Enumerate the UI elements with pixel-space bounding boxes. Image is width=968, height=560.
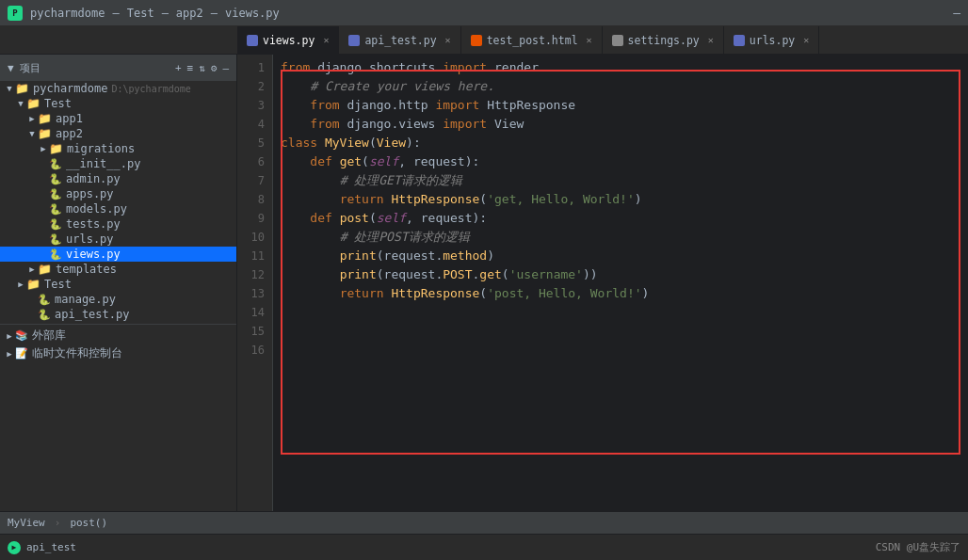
main-layout: ▼ 项目 + ≡ ⇅ ⚙ — ▼ 📁 pycharmdome D:\pychar… — [0, 55, 968, 511]
tab-api-test[interactable]: api_test.py ✕ — [339, 26, 460, 54]
breadcrumb-separator: › — [55, 517, 61, 529]
tab-settings[interactable]: settings.py ✕ — [603, 26, 724, 54]
tree-item-apps[interactable]: 🐍 apps.py — [0, 186, 236, 201]
tree-item-migrations[interactable]: ▶ 📁 migrations — [0, 141, 236, 156]
sidebar-settings-icon[interactable]: ⚙ — [211, 62, 218, 74]
tree-label-manage: manage.py — [55, 293, 116, 306]
sidebar-header: ▼ 项目 + ≡ ⇅ ⚙ — — [0, 55, 236, 81]
run-label: api_test — [26, 541, 76, 553]
tab-icon-settings — [612, 35, 623, 46]
breadcrumb-class: MyView — [8, 517, 45, 529]
sidebar-sort-icon[interactable]: ⇅ — [199, 62, 205, 74]
status-bar: MyView › post() — [0, 511, 968, 534]
tree-label-app2: app2 — [56, 127, 83, 140]
folder-icon-app1: 📁 — [38, 112, 52, 125]
bottom-right: CSDN @U盘失踪了 — [876, 540, 960, 554]
tree-item-views[interactable]: 🐍 views.py — [0, 247, 236, 262]
tab-close-api-test[interactable]: ✕ — [445, 35, 451, 45]
title-bar-actions: — — [953, 6, 960, 20]
file-icon-models: 🐍 — [49, 203, 62, 216]
tab-close-views[interactable]: ✕ — [323, 35, 329, 45]
tree-label-app1: app1 — [56, 112, 83, 125]
title-separator1: — — [112, 7, 119, 20]
code-line-3: # Create your views here. — [281, 77, 960, 96]
tree-item-models[interactable]: 🐍 models.py — [0, 201, 236, 216]
tree-item-manage[interactable]: 🐍 manage.py — [0, 292, 236, 307]
line-num-3: 3 — [237, 96, 265, 115]
tab-close-settings[interactable]: ✕ — [708, 35, 714, 45]
file-icon-api-test: 🐍 — [38, 309, 51, 321]
tree-item-api-test[interactable]: 🐍 api_test.py — [0, 307, 236, 322]
tab-urls[interactable]: urls.py ✕ — [724, 26, 820, 54]
sidebar-collapse-icon[interactable]: — — [222, 62, 229, 74]
tree-item-test[interactable]: ▼ 📁 Test — [0, 96, 236, 111]
libs-icon: 📚 — [15, 329, 28, 342]
title-file: views.py — [225, 7, 280, 20]
line-num-12: 12 — [237, 265, 265, 284]
tab-label-api-test: api_test.py — [364, 34, 436, 47]
file-icon-urls: 🐍 — [49, 233, 62, 246]
title-separator2: — — [162, 7, 169, 20]
tree-label-pycharmdome: pycharmdome — [33, 82, 107, 95]
expand-arrow-scratch: ▶ — [4, 349, 15, 359]
title-project: Test — [127, 7, 154, 20]
tab-icon-test-post — [471, 35, 482, 46]
tree-item-pycharmdome[interactable]: ▼ 📁 pycharmdome D:\pycharmdome — [0, 81, 236, 96]
line-num-16: 16 — [237, 341, 265, 360]
file-icon-views: 🐍 — [49, 248, 62, 261]
line-num-6: 6 — [237, 152, 265, 171]
tab-test-post-html[interactable]: test_post.html ✕ — [461, 26, 603, 54]
folder-icon-templates: 📁 — [38, 263, 52, 276]
expand-arrow-templates: ▶ — [26, 264, 38, 274]
expand-arrow-pycharmdome: ▼ — [4, 84, 15, 93]
code-line-4: from django.http import HttpResponse — [281, 96, 960, 115]
file-icon-apps: 🐍 — [49, 188, 62, 200]
line-num-8: 8 — [237, 190, 265, 209]
tree-label-views: views.py — [66, 248, 121, 261]
tree-label-init: __init__.py — [66, 157, 140, 170]
minimize-icon[interactable]: — — [953, 6, 960, 20]
tab-icon-api-test — [348, 35, 360, 46]
tree-item-templates[interactable]: ▶ 📁 templates — [0, 262, 236, 277]
tree-label-test2: Test — [44, 278, 72, 291]
tree-label-templates: templates — [56, 263, 117, 276]
line-num-14: 14 — [237, 303, 265, 322]
bottom-bar: ▶ api_test CSDN @U盘失踪了 — [0, 534, 968, 560]
code-line-14: print(request.method) — [281, 247, 960, 265]
tab-views-py[interactable]: views.py ✕ — [237, 26, 339, 54]
line-num-2: 2 — [237, 77, 265, 96]
tree-label-test: Test — [44, 97, 72, 110]
file-icon-manage: 🐍 — [38, 294, 51, 306]
tree-item-app2[interactable]: ▼ 📁 app2 — [0, 126, 236, 141]
expand-arrow-libs: ▶ — [4, 331, 15, 341]
tree-item-tests[interactable]: 🐍 tests.py — [0, 216, 236, 232]
code-line-7: class MyView(View): — [281, 134, 960, 152]
sidebar-add-icon[interactable]: + — [175, 62, 182, 74]
tree-label-scratch: 临时文件和控制台 — [32, 345, 122, 361]
sidebar-title: ▼ 项目 — [8, 61, 40, 75]
app-logo: P — [8, 6, 23, 21]
sidebar-list-icon[interactable]: ≡ — [187, 62, 194, 74]
title-bar-left: P pycharmdome — Test — app2 — views.py — [8, 6, 280, 21]
code-editor[interactable]: from django.shortcuts import render # Cr… — [273, 55, 968, 511]
tree-item-admin[interactable]: 🐍 admin.py — [0, 171, 236, 186]
tree-item-app1[interactable]: ▶ 📁 app1 — [0, 111, 236, 126]
tree-label-tests: tests.py — [66, 217, 121, 231]
expand-arrow-app2: ▼ — [26, 129, 38, 138]
tab-close-urls[interactable]: ✕ — [803, 35, 809, 45]
file-icon-tests: 🐍 — [49, 218, 62, 231]
code-container: 1 2 3 4 5 6 7 8 9 10 11 12 13 14 15 16 — [237, 55, 968, 511]
tree-item-scratch[interactable]: ▶ 📝 临时文件和控制台 — [0, 344, 236, 362]
tree-item-external-libs[interactable]: ▶ 📚 外部库 — [0, 327, 236, 344]
tab-close-test-post[interactable]: ✕ — [587, 35, 592, 45]
folder-icon-migrations: 📁 — [49, 142, 63, 155]
tree-item-urls[interactable]: 🐍 urls.py — [0, 232, 236, 247]
credit-text: CSDN @U盘失踪了 — [876, 541, 960, 553]
code-line-16: return HttpResponse('post, Hello, World!… — [281, 284, 960, 303]
expand-arrow-app1: ▶ — [26, 114, 38, 123]
tree-item-init[interactable]: 🐍 __init__.py — [0, 156, 236, 171]
sidebar: ▼ 项目 + ≡ ⇅ ⚙ — ▼ 📁 pycharmdome D:\pychar… — [0, 55, 237, 511]
tree-item-test2[interactable]: ▶ 📁 Test — [0, 277, 236, 292]
expand-arrow-test: ▼ — [15, 99, 26, 108]
breadcrumb-method: post() — [70, 517, 107, 529]
